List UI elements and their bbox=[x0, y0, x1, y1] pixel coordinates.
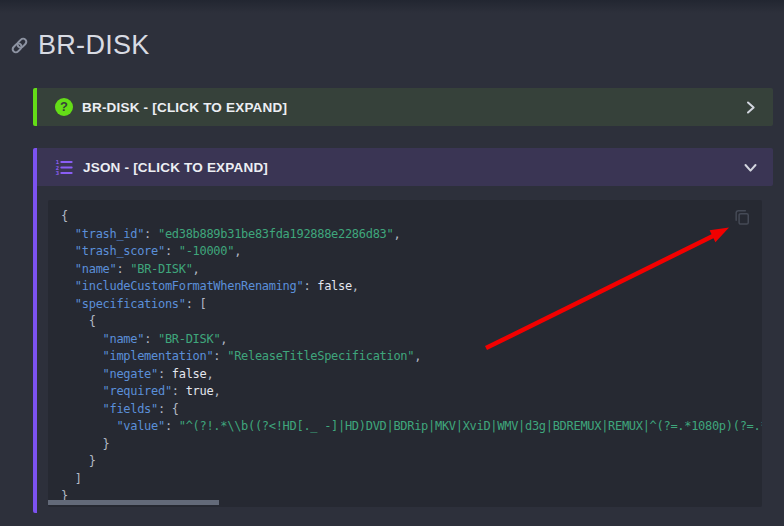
code-line: "negate": false, bbox=[61, 366, 749, 384]
code-line: "trash_id": "ed38b889b31be83fda192888e22… bbox=[61, 226, 749, 244]
admonition-question: ? BR-DISK - [CLICK TO EXPAND] bbox=[33, 88, 773, 126]
json-code: { "trash_id": "ed38b889b31be83fda192888e… bbox=[61, 208, 749, 506]
code-line: "fields": { bbox=[61, 401, 749, 419]
horizontal-scrollbar[interactable] bbox=[48, 500, 762, 505]
chevron-right-icon bbox=[743, 100, 758, 115]
viewport-top-edge bbox=[0, 0, 784, 13]
code-line: "trash_score": "-10000", bbox=[61, 243, 749, 261]
code-line: "specifications": [ bbox=[61, 296, 749, 314]
admonition-json-title: JSON - [CLICK TO EXPAND] bbox=[83, 160, 268, 175]
code-line: } bbox=[61, 453, 749, 471]
code-line: { bbox=[61, 208, 749, 226]
ordered-list-icon: 1 2 3 bbox=[55, 158, 74, 177]
code-block[interactable]: { "trash_id": "ed38b889b31be83fda192888e… bbox=[48, 200, 762, 507]
code-line: "value": "^(?!.*\\b((?<!HD[._ -]|HD)DVD|… bbox=[61, 418, 749, 436]
question-circle-icon: ? bbox=[55, 98, 73, 116]
svg-text:3: 3 bbox=[56, 170, 59, 176]
permalink-icon[interactable] bbox=[10, 36, 29, 55]
code-line: } bbox=[61, 436, 749, 454]
code-line: "required": true, bbox=[61, 383, 749, 401]
admonition-json-body: { "trash_id": "ed38b889b31be83fda192888e… bbox=[37, 186, 773, 513]
code-line: "includeCustomFormatWhenRenaming": false… bbox=[61, 278, 749, 296]
copy-icon bbox=[732, 207, 752, 227]
admonition-json-header[interactable]: 1 2 3 JSON - [CLICK TO EXPAND] bbox=[37, 148, 773, 186]
code-line: "implementation": "ReleaseTitleSpecifica… bbox=[61, 348, 749, 366]
admonition-json: 1 2 3 JSON - [CLICK TO EXPAND] { "trash_… bbox=[33, 148, 773, 513]
admonition-question-header[interactable]: ? BR-DISK - [CLICK TO EXPAND] bbox=[37, 88, 773, 126]
code-line: "name": "BR-DISK", bbox=[61, 331, 749, 349]
code-line: "name": "BR-DISK", bbox=[61, 261, 749, 279]
chevron-down-icon bbox=[743, 160, 758, 175]
page-heading: BR-DISK bbox=[10, 30, 150, 61]
page-title: BR-DISK bbox=[38, 30, 150, 61]
code-line: ] bbox=[61, 471, 749, 489]
copy-button[interactable] bbox=[732, 207, 752, 227]
code-line: { bbox=[61, 313, 749, 331]
admonition-question-title: BR-DISK - [CLICK TO EXPAND] bbox=[82, 100, 287, 115]
scrollbar-thumb[interactable] bbox=[48, 500, 219, 505]
